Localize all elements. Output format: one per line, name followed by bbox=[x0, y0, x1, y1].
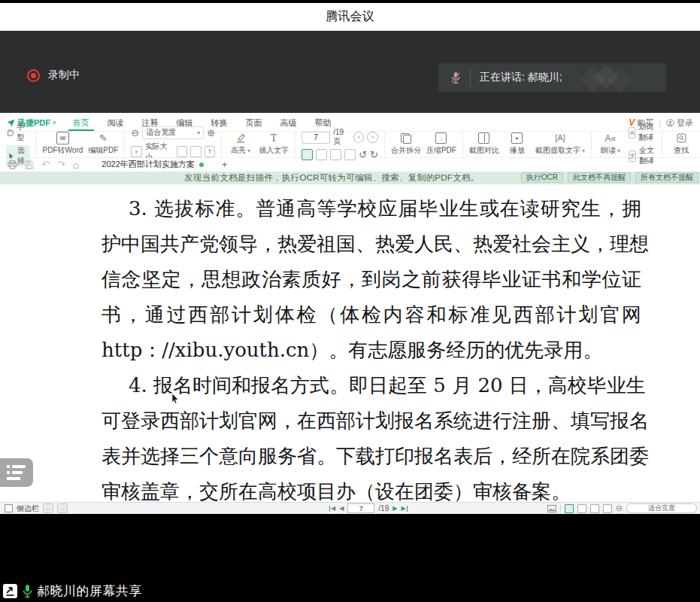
ocr-extract-button[interactable]: [A] 截图提取文字▾ bbox=[535, 132, 585, 156]
share-banner-label: 郝晓川的屏幕共享 bbox=[37, 582, 142, 600]
tool-mode-group: 手型 选择 bbox=[0, 132, 37, 157]
fit-width-label: 适合宽度 bbox=[648, 503, 675, 513]
first-page-icon: ◀ bbox=[331, 506, 335, 512]
page-total-label: /19页 bbox=[333, 128, 350, 147]
annotate-group: 高亮▾ T 插入文字 bbox=[222, 132, 295, 157]
history-back-icon[interactable]: ← bbox=[43, 503, 53, 513]
capture-group: 截图对比 ▸ 播放 [A] 截图提取文字▾ bbox=[463, 132, 592, 157]
edit-pdf-button[interactable]: ✎ 编辑PDF bbox=[88, 132, 118, 156]
play-button[interactable]: ▸ 播放 bbox=[505, 132, 530, 156]
tab-page[interactable]: 页面 bbox=[237, 115, 271, 131]
play-label: 播放 bbox=[510, 145, 525, 156]
sidebar-toggle-button[interactable] bbox=[0, 458, 33, 487]
next-page-icon[interactable]: › bbox=[367, 132, 377, 143]
history-forward-icon[interactable]: → bbox=[57, 503, 68, 513]
merge-split-button[interactable]: 合并拆分 bbox=[391, 132, 421, 156]
last-page-icon: ▶ bbox=[401, 506, 405, 512]
merge-split-label: 合并拆分 bbox=[391, 145, 421, 156]
redo-icon[interactable]: ↷ bbox=[57, 160, 65, 169]
first-page-button[interactable]: ◀ bbox=[329, 506, 335, 512]
ocr-notice-bar: 发现当前文档是扫描件，执行OCR可转为可编辑、搜索、复制的PDF文档。 执行OC… bbox=[0, 172, 700, 184]
pdf-to-word-label: PDF转Word bbox=[43, 145, 83, 156]
mute-all-button[interactable]: 所有文档不提醒 bbox=[635, 172, 698, 183]
highlighter-icon bbox=[235, 133, 246, 143]
ocr-notice-message: 发现当前文档是扫描件，执行OCR可转为可编辑、搜索、复制的PDF文档。 bbox=[184, 172, 480, 184]
divider: | bbox=[659, 118, 661, 127]
tab-annotate[interactable]: 注释 bbox=[133, 115, 168, 131]
meeting-toolbar: 录制中 正在讲话: 郝晓川; bbox=[0, 31, 700, 113]
pdf-status-bar: 侧边栏 ← → ◀ ◀ /19 ▶ ▶ ⊖ 适合宽度 bbox=[0, 502, 700, 514]
tab-edit[interactable]: 编辑 bbox=[168, 115, 202, 131]
single-page-view-icon[interactable] bbox=[565, 504, 574, 513]
ocr-icon: [A] bbox=[555, 132, 565, 144]
pdf-editor-window: 迅捷PDF ▾ 首页 阅读 注释 编辑 转换 页面 高级 帮助 V 购买 | 登… bbox=[0, 113, 700, 514]
word-translate-button[interactable]: A 划词翻译 bbox=[629, 122, 656, 143]
read-aloud-button[interactable]: A« 朗读▾ bbox=[598, 132, 623, 156]
home-icon[interactable]: ⌂ bbox=[73, 160, 79, 170]
edit-pdf-label: 编辑PDF bbox=[88, 145, 118, 156]
unsaved-dot-icon bbox=[199, 163, 204, 167]
recording-indicator[interactable]: 录制中 bbox=[27, 68, 80, 82]
ribbon-toolbar: 手型 选择 W PDF转Word ✎ 编辑PDF bbox=[0, 132, 700, 158]
hand-tool-button[interactable]: 手型 bbox=[6, 122, 30, 143]
document-tab[interactable]: 2022年西部计划实施方案 bbox=[97, 158, 208, 172]
compress-pdf-button[interactable]: ↓ 压缩PDF bbox=[426, 132, 456, 156]
tab-read[interactable]: 阅读 bbox=[98, 115, 133, 131]
login-button[interactable]: 登录 bbox=[666, 117, 693, 129]
compare-label: 截图对比 bbox=[469, 145, 499, 156]
snapshot-icon[interactable] bbox=[547, 505, 556, 512]
document-line: 审核盖章，交所在高校项目办（设在团委）审核备案。 bbox=[102, 474, 641, 503]
tab-home[interactable]: 首页 bbox=[64, 115, 98, 131]
last-page-button[interactable]: ▶ bbox=[401, 506, 407, 512]
continuous-view-icon[interactable] bbox=[603, 504, 612, 513]
page-navigator: ◀ ◀ /19 ▶ ▶ bbox=[329, 503, 408, 513]
sidebar-checkbox[interactable] bbox=[5, 504, 13, 512]
fit-visible-icon[interactable] bbox=[190, 146, 201, 157]
divider bbox=[470, 69, 471, 86]
prev-page-icon[interactable]: ◀ bbox=[339, 506, 344, 512]
new-tab-icon[interactable]: + bbox=[222, 159, 228, 170]
book-view-icon[interactable] bbox=[590, 504, 599, 513]
fit-width-control[interactable]: 适合宽度 bbox=[626, 503, 697, 513]
quick-access-bar: ↶ ↷ ⌂ 2022年西部计划实施方案 + bbox=[0, 158, 700, 172]
undo-icon[interactable]: ↶ bbox=[41, 160, 50, 169]
document-line: 信念坚定，思想政治素质好，到岗之前获得毕业证书和学位证 bbox=[102, 262, 641, 297]
text-tool-icon: T bbox=[271, 132, 277, 144]
print-icon[interactable] bbox=[8, 160, 17, 169]
compare-button[interactable]: 截图对比 bbox=[469, 132, 499, 156]
document-line: 3. 选拔标准。普通高等学校应届毕业生或在读研究生，拥 bbox=[102, 191, 641, 227]
double-page-view-icon[interactable] bbox=[577, 504, 586, 513]
page-number-input[interactable] bbox=[302, 132, 330, 144]
status-page-input[interactable] bbox=[347, 503, 374, 513]
zoom-out-icon[interactable]: ⊖ bbox=[616, 503, 623, 513]
pdf-to-word-button[interactable]: W PDF转Word bbox=[43, 132, 83, 156]
tab-advanced[interactable]: 高级 bbox=[271, 115, 306, 131]
screen-share-icon bbox=[2, 583, 18, 599]
fit-text-icon[interactable]: T bbox=[205, 146, 215, 157]
merge-icon bbox=[401, 133, 411, 144]
status-page-total: /19 bbox=[378, 504, 389, 512]
chevron-down-icon: ▾ bbox=[247, 147, 250, 154]
mute-doc-button[interactable]: 此文档不再提醒 bbox=[568, 172, 631, 183]
word-translate-icon: A bbox=[629, 127, 635, 138]
document-line: 可登录西部计划官网，在西部计划报名系统进行注册、填写报名 bbox=[102, 403, 641, 439]
speaking-label: 正在讲话: 郝晓川; bbox=[480, 71, 562, 84]
find-button[interactable]: 查找 bbox=[668, 132, 694, 156]
compress-icon: ↓ bbox=[435, 132, 447, 144]
search-icon bbox=[677, 133, 686, 143]
speaking-indicator: 正在讲话: 郝晓川; bbox=[438, 63, 666, 92]
next-page-icon[interactable]: ▶ bbox=[392, 506, 397, 512]
save-icon[interactable] bbox=[25, 160, 34, 169]
record-dot-icon bbox=[27, 69, 40, 82]
highlight-button[interactable]: 高亮▾ bbox=[228, 132, 253, 156]
word-translate-label: 划词翻译 bbox=[638, 122, 656, 143]
find-label: 查找 bbox=[674, 145, 689, 156]
insert-text-button[interactable]: T 插入文字 bbox=[259, 132, 289, 156]
meeting-logo-watermark bbox=[577, 66, 645, 92]
run-ocr-button[interactable]: 执行OCR bbox=[521, 172, 563, 183]
actual-size-icon[interactable]: ▪ bbox=[131, 146, 141, 157]
prev-page-icon[interactable]: ‹ bbox=[353, 132, 364, 143]
tab-help[interactable]: 帮助 bbox=[306, 115, 341, 131]
tab-convert[interactable]: 转换 bbox=[202, 115, 237, 131]
fit-page-icon[interactable] bbox=[177, 146, 187, 157]
